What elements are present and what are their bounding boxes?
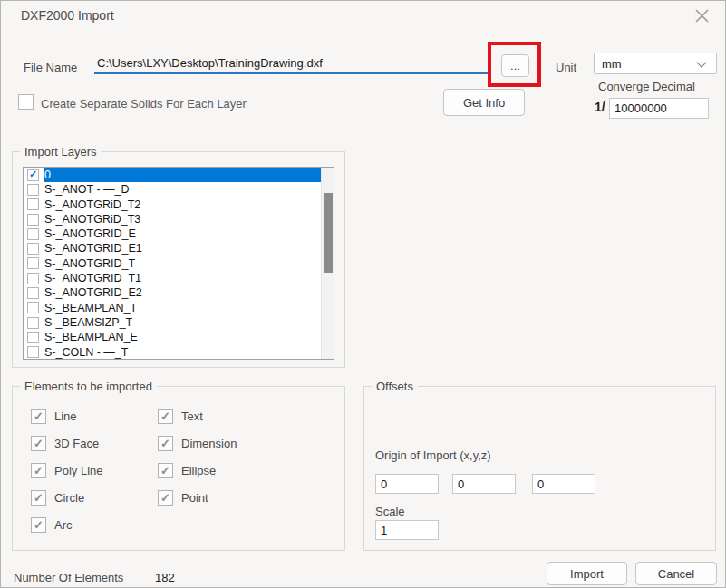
cancel-button[interactable]: Cancel [635,562,717,585]
origin-x-input[interactable] [375,474,439,494]
element-checkbox[interactable] [31,463,46,478]
layer-name: S-_ANOTGRID_E2 [44,285,321,300]
element-option: Ellipse [158,463,237,478]
element-option: Dimension [158,436,237,451]
layer-row[interactable]: S-_ANOTGRiD_T3 [24,212,321,227]
layer-row[interactable]: S-_ANOTGRID_E2 [24,285,321,300]
element-label: Line [54,410,77,423]
element-checkbox[interactable] [158,490,173,506]
layer-checkbox[interactable] [27,317,39,329]
converge-decimal-label: Converge Decimal [598,80,695,93]
element-label: Poly Line [54,464,102,477]
offsets-group: Offsets Origin of Import (x,y,z) Scale [363,386,716,551]
layer-row[interactable]: S-_BEAMPLAN_E [24,330,321,344]
elements-group-label: Elements to be imported [20,380,157,393]
layer-checkbox[interactable] [27,169,39,181]
import-layers-group: Import Layers 0S-_ANOT - —_DS-_ANOTGRiD_… [12,151,345,368]
scale-label: Scale [375,505,405,518]
element-option: Line [31,409,102,424]
layer-checkbox[interactable] [27,302,39,313]
scale-input[interactable] [375,520,439,540]
origin-y-input[interactable] [452,474,516,494]
element-label: Dimension [181,437,237,450]
element-option: Poly Line [31,463,102,478]
layer-name: S-_ANOTGRID_T1 [44,271,321,285]
layer-name: 0 [44,168,321,182]
layer-name: S-_ANOTGRID_E1 [44,241,321,255]
converge-decimal-input[interactable] [609,98,709,119]
element-label: 3D Face [54,437,99,450]
layer-checkbox[interactable] [27,346,39,358]
layer-list-scrollbar[interactable] [321,168,334,359]
layer-checkbox[interactable] [27,214,39,226]
element-label: Point [181,491,208,505]
layer-row[interactable]: S-_ANOTGRID_T1 [24,271,321,285]
layer-checkbox[interactable] [27,243,39,255]
layer-name: S-_BEAMPLAN_E [44,330,321,344]
separate-solids-checkbox[interactable] [18,94,34,110]
element-checkbox[interactable] [158,436,173,451]
layer-checkbox[interactable] [27,228,39,240]
layer-list[interactable]: 0S-_ANOT - —_DS-_ANOTGRiD_T2S-_ANOTGRiD_… [23,167,334,360]
element-checkbox[interactable] [31,517,46,533]
offsets-group-label: Offsets [372,380,418,393]
browse-button[interactable]: ... [501,54,529,77]
element-label: Text [181,410,203,423]
layer-row[interactable]: 0 [24,168,321,182]
dialog-title: DXF2000 Import [21,8,114,23]
layer-row[interactable]: S-_ANOTGRID_E1 [24,241,321,255]
layer-name: S-_BEAMSIZP_T [44,315,321,330]
element-option: Arc [31,517,102,533]
layer-checkbox[interactable] [27,184,39,196]
layer-row[interactable]: S-_ANOTGRID_T [24,256,321,271]
origin-z-input[interactable] [532,474,595,494]
layer-row[interactable]: S-_ANOTGRID_E [24,227,321,241]
elements-right-col: TextDimensionEllipsePoint [158,409,237,517]
close-button[interactable] [688,5,715,30]
element-option: Point [158,490,237,506]
element-option: Text [158,409,237,424]
element-label: Ellipse [181,464,216,477]
unit-dropdown[interactable]: mm [594,53,717,74]
layer-name: S-_BEAMPLAN_T [44,301,321,315]
number-of-elements-label: Number Of Elements [14,571,123,584]
converge-prefix-label: 1/ [595,100,605,114]
elements-group: Elements to be imported Line3D FacePoly … [12,386,345,551]
layer-name: S-_ANOTGRID_T [44,256,321,271]
element-option: 3D Face [31,436,102,451]
import-button[interactable]: Import [547,562,627,585]
layer-checkbox[interactable] [27,287,39,299]
get-info-button[interactable]: Get Info [443,89,525,116]
layer-row[interactable]: S-_BEAMPLAN_T [24,301,321,315]
layer-checkbox[interactable] [27,198,39,210]
layer-row[interactable]: S-_COLN - —_T [24,345,321,360]
element-label: Arc [54,518,73,532]
close-icon [695,9,709,26]
file-path-input[interactable] [94,53,490,74]
element-label: Circle [54,491,84,505]
layer-list-rows: 0S-_ANOT - —_DS-_ANOTGRiD_T2S-_ANOTGRiD_… [24,168,321,359]
unit-label: Unit [556,61,576,74]
file-name-label: File Name [24,61,77,74]
layer-checkbox[interactable] [27,257,39,269]
layer-row[interactable]: S-_BEAMSIZP_T [24,315,321,330]
element-checkbox[interactable] [31,490,46,506]
layer-row[interactable]: S-_ANOTGRiD_T2 [24,198,321,212]
unit-dropdown-value: mm [602,57,622,71]
layer-name: S-_ANOTGRiD_T2 [44,198,321,212]
layer-checkbox[interactable] [27,332,39,343]
layer-name: S-_ANOTGRID_E [44,227,321,241]
element-checkbox[interactable] [31,436,46,451]
layer-row[interactable]: S-_ANOT - —_D [24,182,321,197]
number-of-elements-value: 182 [155,571,175,584]
scrollbar-thumb[interactable] [324,193,333,273]
chevron-down-icon [696,57,706,67]
layer-checkbox[interactable] [27,273,39,284]
element-checkbox[interactable] [158,463,173,478]
separate-solids-label: Create Separate Solids For Each Layer [41,97,247,111]
layer-name: S-_ANOT - —_D [44,182,321,197]
element-checkbox[interactable] [31,409,46,424]
element-checkbox[interactable] [158,409,173,424]
dxf-import-dialog: DXF2000 Import File Name ... Unit mm Con… [0,0,726,588]
import-layers-group-label: Import Layers [20,145,101,159]
